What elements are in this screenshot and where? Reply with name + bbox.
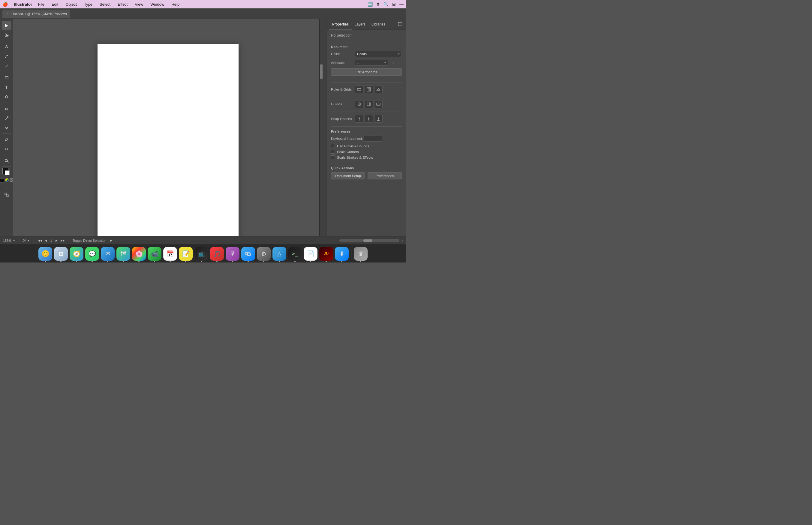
gradient-color[interactable]	[5, 178, 9, 182]
h-scroll-thumb[interactable]	[363, 239, 372, 242]
menu-select[interactable]: Select	[99, 1, 111, 7]
menu-window[interactable]: Window	[149, 1, 165, 7]
v-scroll-thumb[interactable]	[320, 64, 322, 79]
angle-dropdown-btn[interactable]: ▼	[27, 239, 30, 242]
appletv-icon: 📺	[198, 250, 205, 257]
tab-close-btn[interactable]: ×	[5, 12, 10, 16]
menu-object[interactable]: Object	[64, 1, 78, 7]
snap-1-btn[interactable]	[355, 115, 363, 123]
panel-chat-btn[interactable]	[396, 21, 404, 28]
dock-launchpad[interactable]: ⊞	[54, 247, 68, 261]
artboard-next-btn[interactable]: ›	[396, 59, 402, 66]
keyboard-inc-input[interactable]: 1 pt	[364, 136, 382, 141]
dock-appstore[interactable]: 🛍	[241, 247, 255, 261]
dock-finder[interactable]: 😊	[39, 247, 52, 261]
window-control-icon[interactable]: —	[400, 2, 404, 6]
dock-music[interactable]: 🎵	[210, 247, 224, 261]
document-setup-btn[interactable]: Document Setup	[331, 172, 365, 179]
dock-illustrator[interactable]: Ai	[319, 247, 333, 261]
eraser-tool[interactable]	[2, 104, 11, 113]
app-name[interactable]: Illustrator	[14, 2, 32, 6]
tab-layers[interactable]: Layers	[352, 19, 369, 29]
document-tab[interactable]: × Untitled-1 @ 156% (CMYK/Preview)	[2, 10, 70, 18]
pencil-tool[interactable]	[2, 61, 11, 71]
artboard-first-btn[interactable]: ◀◀	[37, 238, 42, 243]
direct-selection-tool[interactable]	[2, 31, 11, 40]
snap-2-btn[interactable]	[365, 115, 373, 123]
grid-btn[interactable]	[365, 86, 373, 93]
brush-tool[interactable]	[2, 52, 11, 61]
menu-help[interactable]: Help	[170, 1, 181, 7]
stroke-color[interactable]	[0, 178, 4, 182]
dock-terminal[interactable]: >_	[288, 247, 302, 261]
edit-artboards-btn[interactable]: Edit Artboards	[331, 69, 402, 76]
warp-tool[interactable]	[2, 123, 11, 132]
zoom-tool[interactable]	[2, 156, 11, 165]
artboard-prev-btn[interactable]: ‹	[390, 59, 396, 66]
use-preview-bounds-checkbox[interactable]	[331, 144, 335, 148]
artboard-last-btn[interactable]: ▶▶	[60, 238, 65, 243]
blob-brush-tool[interactable]	[2, 92, 11, 101]
dock-photos[interactable]: 🌸	[132, 247, 146, 261]
dock-maps[interactable]: 🗺	[117, 247, 130, 261]
toggle-arrow[interactable]: ▶	[110, 239, 112, 242]
dock-notes[interactable]: 📝	[179, 247, 193, 261]
shape-tool[interactable]	[2, 73, 11, 82]
apple-menu[interactable]: 🍎	[2, 1, 8, 7]
dock-trash[interactable]: 🗑	[354, 247, 367, 261]
dock-sysprefs[interactable]: ⚙	[257, 247, 271, 261]
artboard-select[interactable]: 1 ▾	[355, 60, 388, 66]
dock-appletv[interactable]: 📺	[194, 247, 208, 261]
guide-3-btn[interactable]	[374, 100, 382, 108]
divider-5	[331, 126, 402, 126]
units-select[interactable]: Points ▾	[355, 51, 402, 57]
guide-2-btn[interactable]	[365, 100, 373, 108]
menu-type[interactable]: Type	[83, 1, 94, 7]
zoom-dropdown-btn[interactable]: ▼	[13, 239, 15, 242]
vertical-scrollbar[interactable]	[319, 19, 323, 236]
ruler-btn[interactable]	[355, 86, 363, 93]
scale-tool[interactable]	[2, 114, 11, 123]
grid-icon[interactable]: ⊞	[392, 2, 396, 6]
menu-edit[interactable]: Edit	[50, 1, 59, 7]
guide-1-btn[interactable]	[355, 100, 363, 108]
dock-mail[interactable]: ✉	[101, 247, 115, 261]
eyedropper-tool[interactable]	[2, 135, 11, 144]
dock-messages[interactable]: 💬	[85, 247, 99, 261]
dock-textedit[interactable]: 📄	[304, 247, 317, 261]
pen-tool[interactable]	[2, 42, 11, 51]
scroll-right-arrow[interactable]: ›	[402, 239, 403, 242]
dock-podcasts[interactable]: 🎙	[226, 247, 239, 261]
dock-calendar[interactable]: 📅	[163, 247, 177, 261]
scale-strokes-checkbox[interactable]	[331, 155, 335, 159]
no-color[interactable]	[10, 178, 13, 182]
type-tool[interactable]: T	[2, 83, 11, 92]
dock-safari[interactable]: 🧭	[70, 247, 84, 261]
canvas-area[interactable]	[13, 19, 323, 236]
safari-icon: 🧭	[73, 250, 80, 257]
selection-tool[interactable]	[2, 21, 11, 30]
dock-facetime[interactable]: 📹	[148, 247, 162, 261]
menu-effect[interactable]: Effect	[117, 1, 129, 7]
menu-view[interactable]: View	[134, 1, 144, 7]
tab-properties[interactable]: Properties	[329, 19, 352, 29]
scale-corners-checkbox[interactable]	[331, 150, 335, 154]
dock-downloads[interactable]: ⬇	[335, 247, 349, 261]
background-color[interactable]	[5, 170, 10, 175]
artboards-btn[interactable]	[2, 190, 11, 199]
artboard[interactable]	[97, 44, 239, 236]
dock-nordvpn[interactable]: △	[272, 247, 286, 261]
search-menu-icon[interactable]: 🔍	[384, 2, 389, 6]
more-tools-btn[interactable]: ...	[4, 184, 9, 190]
color-swatches[interactable]	[2, 168, 11, 176]
blend-tool[interactable]	[2, 145, 11, 154]
preferences-btn[interactable]: Preferences	[367, 172, 402, 179]
h-scrollbar[interactable]	[340, 239, 400, 242]
tab-libraries[interactable]: Libraries	[369, 19, 388, 29]
artboard-next-status-btn[interactable]: ▶	[54, 238, 59, 243]
panel-collapse-btn[interactable]: ›	[323, 19, 327, 236]
snap-3-btn[interactable]	[374, 115, 382, 123]
artboard-prev-status-btn[interactable]: ◀	[44, 238, 48, 243]
menu-file[interactable]: File	[37, 1, 46, 7]
perspective-btn[interactable]	[374, 86, 382, 93]
